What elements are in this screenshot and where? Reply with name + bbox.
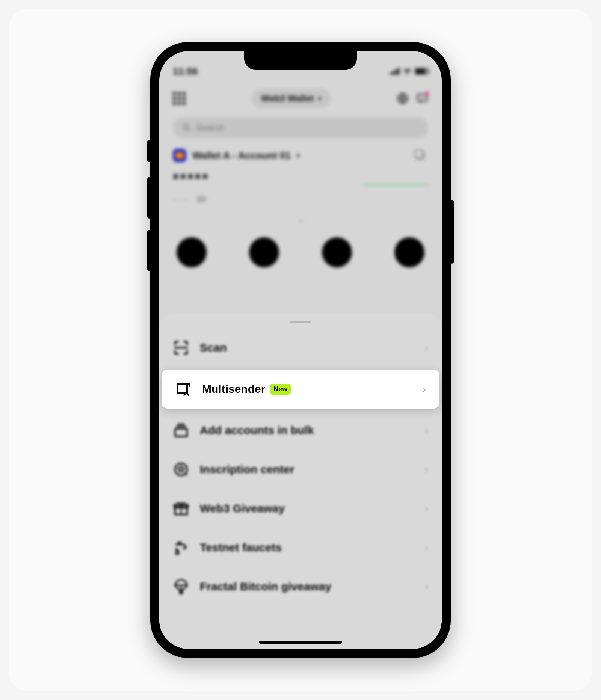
search-input[interactable]: Search xyxy=(173,117,428,138)
pnl-row: ····· 1D xyxy=(173,195,428,204)
action-button-1[interactable] xyxy=(177,237,207,267)
chevron-right-icon: › xyxy=(423,383,426,395)
search-placeholder: Search xyxy=(196,122,225,133)
apps-grid-icon[interactable] xyxy=(173,92,186,105)
account-selector[interactable]: Wallet A - Account 01 ▾ xyxy=(173,149,428,162)
parachute-icon xyxy=(173,578,189,595)
menu-item-inscription-center[interactable]: Inscription center › xyxy=(159,450,442,489)
phone-screen: 11:56 Web3 Wallet ▾ xyxy=(159,51,442,649)
phone-notch xyxy=(244,51,357,70)
globe-icon[interactable] xyxy=(397,92,409,104)
wallet-selector[interactable]: Web3 Wallet ▾ xyxy=(251,89,331,108)
action-button-3[interactable] xyxy=(322,237,352,267)
menu-item-multisender[interactable]: Multisender New › xyxy=(162,370,439,409)
svg-point-10 xyxy=(180,591,183,594)
pnl-period: 1D xyxy=(196,195,206,204)
chevron-right-icon: › xyxy=(425,542,428,554)
menu-item-label: Inscription center xyxy=(200,463,294,476)
scan-icon xyxy=(173,339,189,356)
menu-item-label: Multisender xyxy=(202,383,265,395)
status-icons xyxy=(390,68,428,75)
battery-icon xyxy=(415,68,428,75)
expand-chevron-icon[interactable]: ⌄ xyxy=(173,215,428,224)
phone-volume-up xyxy=(147,177,151,219)
messages-icon[interactable] xyxy=(416,92,428,104)
svg-point-4 xyxy=(424,97,425,98)
svg-point-2 xyxy=(420,97,421,98)
caret-down-icon: ▾ xyxy=(318,95,321,102)
menu-item-label: Fractal Bitcoin giveaway xyxy=(200,580,331,593)
menu-item-label: Web3 Giveaway xyxy=(200,502,285,515)
menu-item-label: Scan xyxy=(200,341,227,354)
svg-rect-6 xyxy=(175,429,187,436)
action-button-2[interactable] xyxy=(249,237,279,267)
search-icon xyxy=(182,123,191,132)
svg-point-5 xyxy=(183,124,188,130)
wallet-selector-label: Web3 Wallet xyxy=(261,93,314,104)
pnl-masked: ····· xyxy=(173,195,189,204)
chevron-right-icon: › xyxy=(425,342,428,354)
notification-dot xyxy=(425,92,429,95)
status-time: 11:56 xyxy=(173,66,198,77)
phone-power-button xyxy=(450,200,454,264)
chevron-right-icon: › xyxy=(425,581,428,593)
phone-side-button xyxy=(147,140,151,162)
copy-address-icon[interactable] xyxy=(416,151,424,160)
caret-down-icon: ▾ xyxy=(297,152,300,159)
svg-point-3 xyxy=(422,97,423,98)
menu-item-label: Testnet faucets xyxy=(200,541,282,554)
inscription-icon xyxy=(173,461,189,478)
action-button-4[interactable] xyxy=(394,237,424,267)
menu-item-add-accounts-bulk[interactable]: Add accounts in bulk › xyxy=(159,411,442,450)
wifi-icon xyxy=(403,68,412,75)
menu-item-label: Add accounts in bulk xyxy=(200,424,314,437)
home-indicator[interactable] xyxy=(259,641,342,644)
gift-icon xyxy=(173,500,189,517)
new-badge: New xyxy=(270,384,291,395)
phone-volume-down xyxy=(147,230,151,271)
top-bar: Web3 Wallet ▾ xyxy=(173,88,428,109)
multisender-icon xyxy=(175,381,192,397)
quick-actions xyxy=(173,237,428,267)
chevron-right-icon: › xyxy=(425,425,428,436)
menu-item-web3-giveaway[interactable]: Web3 Giveaway › xyxy=(159,489,442,528)
cellular-icon xyxy=(390,68,400,75)
menu-item-fractal-bitcoin-giveaway[interactable]: Fractal Bitcoin giveaway › xyxy=(159,567,442,606)
chevron-right-icon: › xyxy=(425,464,428,475)
sheet-grabber[interactable] xyxy=(290,321,311,323)
account-avatar xyxy=(173,149,186,162)
account-label: Wallet A - Account 01 xyxy=(192,150,291,161)
more-actions-sheet: Scan › Multisender New › xyxy=(159,314,442,649)
sparkline xyxy=(364,184,428,186)
stage: 11:56 Web3 Wallet ▾ xyxy=(9,9,592,691)
chevron-right-icon: › xyxy=(425,503,428,514)
faucet-icon xyxy=(173,539,189,556)
wallet-stack-icon xyxy=(173,422,189,439)
menu-item-scan[interactable]: Scan › xyxy=(159,328,442,367)
phone-frame: 11:56 Web3 Wallet ▾ xyxy=(150,42,451,658)
menu-item-testnet-faucets[interactable]: Testnet faucets › xyxy=(159,528,442,567)
